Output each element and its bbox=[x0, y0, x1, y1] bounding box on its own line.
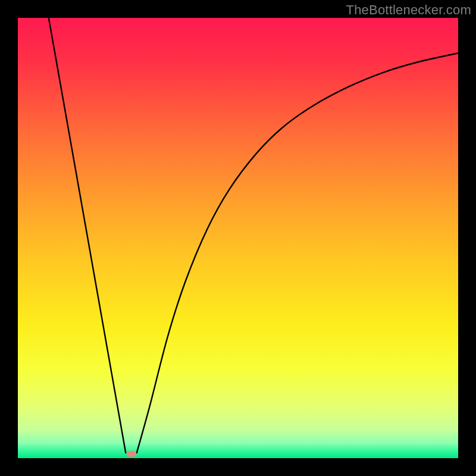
bottleneck-chart bbox=[18, 18, 458, 458]
bottleneck-marker bbox=[127, 451, 136, 457]
gradient-background bbox=[18, 18, 458, 458]
watermark-label: TheBottlenecker.com bbox=[346, 2, 471, 18]
chart-frame: TheBottlenecker.com bbox=[0, 0, 476, 476]
